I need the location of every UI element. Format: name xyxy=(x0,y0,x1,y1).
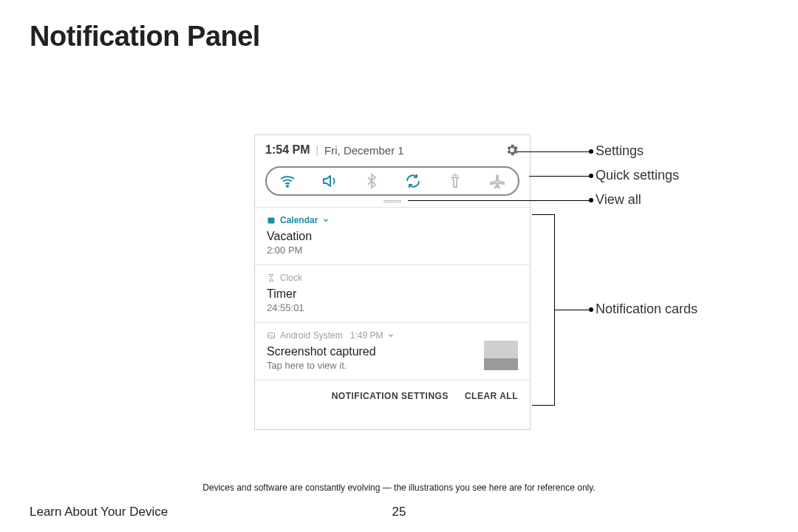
disclaimer-text: Devices and software are constantly evol… xyxy=(0,482,798,493)
chevron-down-icon[interactable] xyxy=(322,216,330,224)
notification-card[interactable]: Calendar Vacation 2:00 PM xyxy=(255,207,530,265)
callout-line xyxy=(529,176,591,177)
card-app-name: Android System xyxy=(280,330,343,341)
quick-settings-row xyxy=(265,166,519,196)
chevron-down-icon[interactable] xyxy=(387,332,395,339)
hourglass-icon xyxy=(267,273,276,282)
thumbnail-icon xyxy=(484,341,518,370)
sound-icon[interactable] xyxy=(321,172,338,190)
calendar-icon xyxy=(267,216,276,225)
card-subtext: 2:00 PM xyxy=(267,245,518,256)
callout-line xyxy=(517,151,591,152)
auto-rotate-icon[interactable] xyxy=(404,172,422,190)
notification-settings-button[interactable]: NOTIFICATION SETTINGS xyxy=(332,391,449,401)
card-time: 1:49 PM xyxy=(350,330,383,341)
svg-rect-1 xyxy=(268,218,275,224)
callout-settings: Settings xyxy=(596,143,644,159)
callout-quick-settings: Quick settings xyxy=(596,168,679,183)
card-app-name: Calendar xyxy=(280,215,318,225)
card-app-row: Clock xyxy=(267,273,518,283)
notification-card[interactable]: Clock Timer 24:55:01 xyxy=(255,265,530,322)
date-label: Fri, December 1 xyxy=(324,144,404,157)
card-app-row: Android System 1:49 PM xyxy=(267,330,518,341)
callout-view-all: View all xyxy=(596,192,641,208)
settings-icon[interactable] xyxy=(505,143,519,157)
card-app-name: Clock xyxy=(280,273,302,283)
card-subtext: Tap here to view it. xyxy=(267,360,518,371)
panel-footer: NOTIFICATION SETTINGS CLEAR ALL xyxy=(255,380,530,412)
svg-point-0 xyxy=(287,185,288,187)
panel-header: 1:54 PM | Fri, December 1 xyxy=(255,135,530,160)
card-app-row: Calendar xyxy=(267,215,518,225)
clear-all-button[interactable]: CLEAR ALL xyxy=(465,391,518,401)
callout-line xyxy=(408,200,591,201)
bluetooth-icon[interactable] xyxy=(363,172,381,190)
airplane-icon[interactable] xyxy=(488,172,506,190)
time-label: 1:54 PM xyxy=(265,143,310,157)
status-bar: 1:54 PM | Fri, December 1 xyxy=(265,143,404,157)
wifi-icon[interactable] xyxy=(279,172,296,190)
divider: | xyxy=(316,144,318,156)
callout-dot xyxy=(589,307,593,312)
callout-notification-cards: Notification cards xyxy=(596,301,698,317)
drag-handle-icon[interactable] xyxy=(383,200,401,202)
callout-line xyxy=(554,310,591,310)
notification-card[interactable]: Android System 1:49 PM Screenshot captur… xyxy=(255,322,530,380)
page-title: Notification Panel xyxy=(30,21,260,52)
callout-line xyxy=(532,405,554,406)
card-title: Timer xyxy=(267,287,518,301)
card-title: Vacation xyxy=(267,230,518,243)
flashlight-icon[interactable] xyxy=(446,172,464,190)
notification-panel: 1:54 PM | Fri, December 1 xyxy=(254,134,531,430)
card-subtext: 24:55:01 xyxy=(267,302,518,313)
callout-line xyxy=(532,214,554,215)
page-number: 25 xyxy=(0,505,798,519)
image-icon xyxy=(267,331,276,340)
card-title: Screenshot captured xyxy=(267,345,518,358)
